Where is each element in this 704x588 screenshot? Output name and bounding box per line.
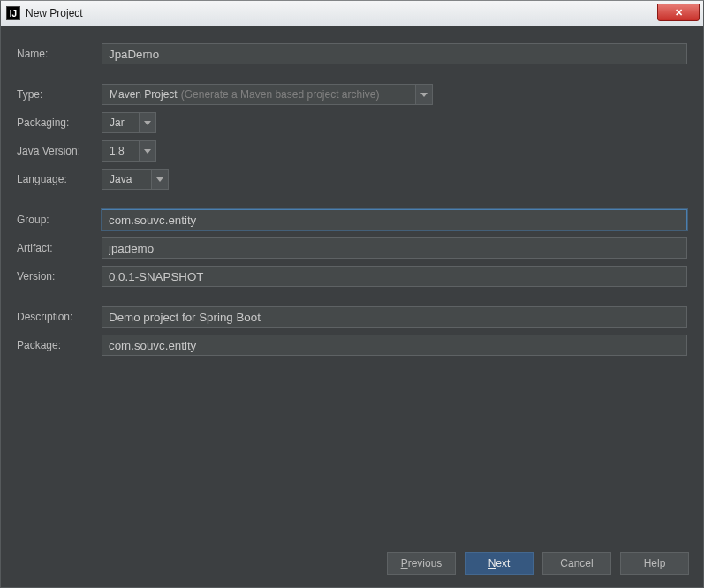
java-version-label: Java Version: — [17, 145, 102, 157]
description-label: Description: — [17, 311, 102, 323]
help-button[interactable]: Help — [620, 552, 689, 575]
description-input[interactable] — [102, 306, 687, 328]
java-version-select[interactable]: 1.8 — [102, 140, 156, 162]
close-button[interactable]: ✕ — [657, 4, 700, 21]
packaging-value: Jar — [110, 117, 125, 129]
packaging-label: Packaging: — [17, 117, 102, 129]
group-input[interactable] — [102, 209, 687, 230]
type-value: Maven Project — [110, 88, 178, 101]
titlebar: IJ New Project ✕ — [1, 1, 703, 26]
java-version-value: 1.8 — [110, 145, 125, 157]
previous-button[interactable]: Previous — [387, 552, 456, 575]
artifact-label: Artifact: — [17, 242, 102, 254]
next-button[interactable]: Next — [465, 552, 534, 575]
chevron-down-icon[interactable] — [415, 84, 433, 105]
cancel-button[interactable]: Cancel — [542, 552, 611, 575]
language-label: Language: — [17, 173, 102, 185]
name-label: Name: — [17, 48, 102, 60]
type-hint: (Generate a Maven based project archive) — [181, 88, 380, 101]
chevron-down-icon[interactable] — [151, 169, 169, 190]
version-label: Version: — [17, 270, 102, 283]
new-project-dialog: IJ New Project ✕ Name: Type: Maven Proje… — [0, 0, 704, 588]
language-select[interactable]: Java — [102, 169, 169, 190]
type-select[interactable]: Maven Project (Generate a Maven based pr… — [102, 84, 433, 105]
artifact-input[interactable] — [102, 237, 687, 259]
group-label: Group: — [17, 214, 102, 226]
close-icon: ✕ — [675, 8, 683, 18]
package-input[interactable] — [102, 335, 687, 356]
window-title: New Project — [26, 7, 83, 19]
type-label: Type: — [17, 88, 102, 101]
chevron-down-icon[interactable] — [139, 112, 156, 133]
name-input[interactable] — [102, 43, 687, 64]
form-content: Name: Type: Maven Project (Generate a Ma… — [1, 26, 703, 539]
package-label: Package: — [17, 339, 102, 351]
language-value: Java — [110, 173, 132, 185]
packaging-select[interactable]: Jar — [102, 112, 156, 133]
app-icon: IJ — [6, 6, 20, 20]
version-input[interactable] — [102, 266, 687, 287]
dialog-footer: Previous Next Cancel Help — [1, 539, 703, 587]
chevron-down-icon[interactable] — [139, 140, 156, 162]
